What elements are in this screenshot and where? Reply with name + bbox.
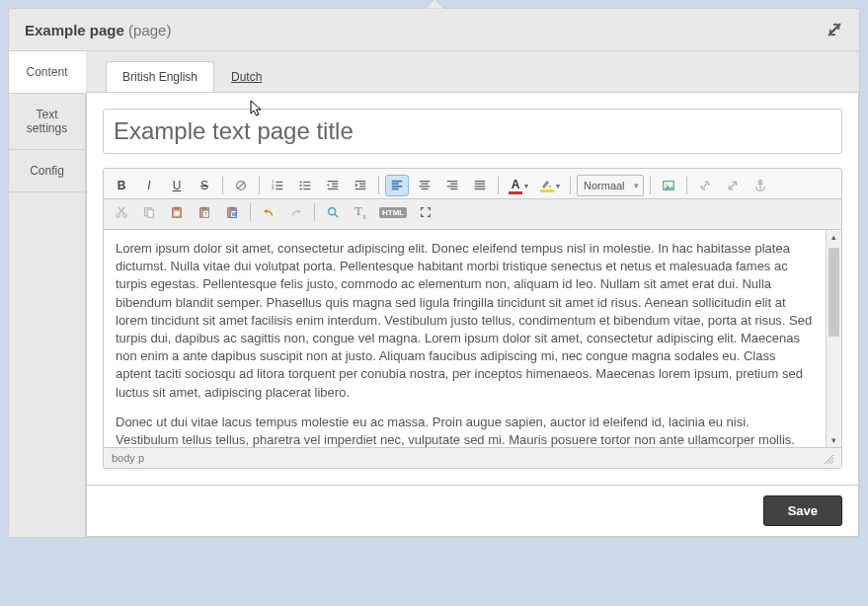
content-card: B I U S 123 (86, 92, 859, 486)
anchor-button[interactable] (749, 175, 772, 196)
separator (686, 177, 687, 194)
svg-rect-55 (174, 207, 179, 210)
svg-text:3: 3 (272, 186, 275, 190)
svg-line-51 (118, 207, 124, 214)
undo-button[interactable] (257, 201, 280, 223)
paste-text-button[interactable]: T (193, 201, 216, 223)
paste-word-button[interactable]: W (220, 201, 244, 223)
bold-button[interactable]: B (110, 175, 133, 196)
sidebar-item-text-settings[interactable]: Text settings (9, 94, 85, 150)
text-color-button[interactable]: A ▾ (505, 175, 532, 196)
strike-button[interactable]: S (193, 175, 216, 196)
align-justify-button[interactable] (468, 175, 492, 196)
save-button-label: Save (788, 503, 818, 518)
svg-point-14 (300, 185, 302, 187)
separator (570, 177, 571, 194)
scroll-down-icon[interactable]: ▾ (827, 433, 841, 447)
separator (250, 203, 251, 221)
scrollbar[interactable]: ▴ ▾ (826, 230, 841, 447)
image-button[interactable] (657, 175, 680, 196)
sidebar-item-content[interactable]: Content (9, 51, 86, 94)
svg-marker-65 (265, 209, 268, 214)
svg-rect-58 (201, 207, 206, 210)
align-left-button[interactable] (385, 175, 409, 196)
svg-text:W: W (232, 211, 237, 217)
panel-body: Content Text settings Config British Eng… (9, 51, 859, 537)
title-input[interactable] (103, 109, 842, 154)
paragraph: Lorem ipsum dolor sit amet, consectetur … (116, 240, 814, 402)
page-panel: Example page (page) Content Text setting… (8, 8, 860, 538)
bullet-list-button[interactable] (293, 175, 317, 196)
indent-button[interactable] (349, 175, 372, 196)
unlink-icon[interactable] (826, 21, 843, 38)
svg-rect-56 (174, 211, 179, 215)
editor-footer: body p (104, 447, 841, 468)
svg-rect-62 (229, 207, 234, 210)
editor-toolbar-2: T W (104, 199, 841, 230)
tab-british-english[interactable]: British English (106, 61, 214, 92)
source-button[interactable]: HTML (376, 201, 410, 223)
svg-marker-66 (298, 209, 301, 214)
separator (378, 177, 379, 194)
format-select-label: Normaal (584, 180, 625, 191)
find-button[interactable] (321, 201, 345, 223)
footer-bar: Save (86, 486, 859, 537)
bg-color-button[interactable]: ▾ (536, 175, 564, 196)
scroll-thumb[interactable] (829, 248, 839, 337)
svg-line-3 (238, 183, 245, 189)
paste-button[interactable] (165, 201, 189, 223)
remove-format-button[interactable] (229, 175, 253, 196)
svg-rect-53 (147, 209, 153, 217)
align-center-button[interactable] (413, 175, 436, 196)
tab-label: British English (122, 70, 197, 84)
italic-button[interactable]: I (137, 175, 161, 196)
outdent-button[interactable] (321, 175, 345, 196)
save-button[interactable]: Save (763, 495, 842, 526)
editor-textarea[interactable]: Lorem ipsum dolor sit amet, consectetur … (104, 230, 826, 447)
sidebar-item-label: Content (26, 65, 67, 79)
svg-line-44 (728, 182, 737, 190)
format-select[interactable]: Normaal (577, 175, 644, 196)
cut-button[interactable] (110, 201, 133, 223)
sidebar: Content Text settings Config (9, 51, 86, 537)
separator (314, 203, 315, 221)
remove-format-button-2[interactable]: Tx (349, 201, 372, 223)
page-title-text: Example page (25, 22, 124, 38)
unlink-button[interactable] (721, 175, 745, 196)
svg-line-50 (118, 207, 124, 214)
sidebar-item-label: Config (30, 164, 64, 178)
page-title: Example page (page) (25, 22, 171, 38)
scroll-up-icon[interactable]: ▴ (827, 230, 841, 244)
align-right-button[interactable] (440, 175, 464, 196)
svg-marker-20 (327, 184, 329, 187)
paragraph: Donec ut dui vitae lacus tempus molestie… (116, 414, 814, 447)
separator (498, 177, 499, 194)
tab-dutch[interactable]: Dutch (214, 61, 278, 92)
panel-header: Example page (page) (9, 9, 859, 51)
tab-label: Dutch (231, 70, 262, 84)
panel-notch (425, 0, 444, 9)
page-title-suffix: (page) (128, 22, 171, 38)
separator (259, 177, 260, 194)
link-button[interactable] (693, 175, 717, 196)
svg-point-43 (666, 184, 668, 186)
numbered-list-button[interactable]: 123 (266, 175, 289, 196)
svg-point-45 (758, 180, 761, 183)
separator (222, 177, 223, 194)
underline-button[interactable]: U (165, 175, 189, 196)
language-tabs: British English Dutch (86, 51, 859, 92)
resize-grip[interactable] (822, 452, 833, 464)
svg-line-68 (335, 214, 339, 218)
svg-marker-25 (355, 183, 358, 187)
editor-toolbar: B I U S 123 (104, 169, 841, 199)
main-area: British English Dutch B I U S (86, 51, 859, 537)
separator (650, 177, 651, 194)
copy-button[interactable] (137, 201, 161, 223)
redo-button[interactable] (284, 201, 308, 223)
svg-point-48 (117, 214, 120, 218)
sidebar-item-config[interactable]: Config (9, 150, 85, 192)
svg-marker-0 (425, 0, 444, 9)
rich-text-editor: B I U S 123 (103, 168, 842, 469)
maximize-button[interactable] (414, 201, 437, 223)
element-path[interactable]: body p (112, 452, 144, 464)
